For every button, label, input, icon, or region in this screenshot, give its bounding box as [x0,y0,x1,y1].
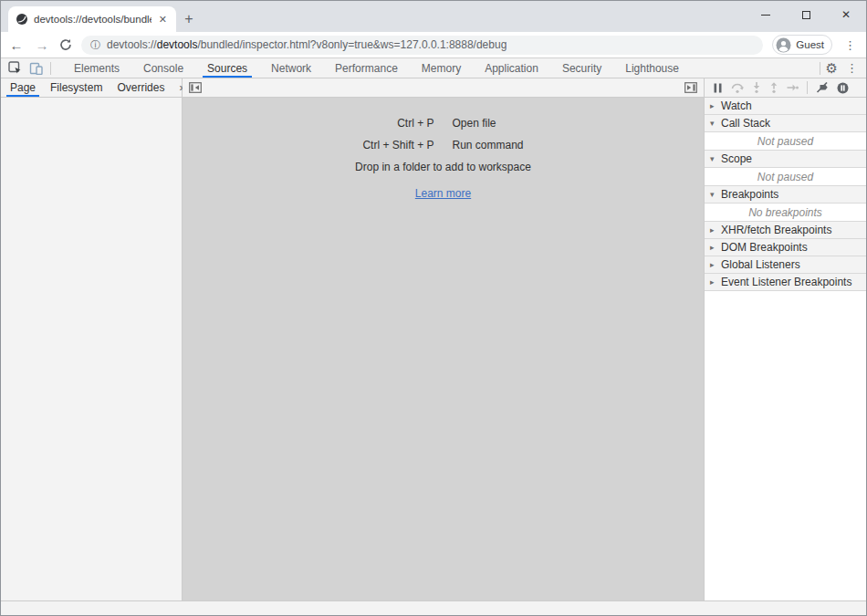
device-toolbar-icon[interactable] [29,62,43,75]
chevron-down-icon: ▾ [710,190,717,199]
section-label: DOM Breakpoints [721,241,808,254]
toolbar-divider [50,62,51,75]
navigator-pane: Page Filesystem Overrides » ⋮ [1,78,183,600]
section-header[interactable]: ▸ Global Listeners [705,256,866,274]
sidebar-section-global-listeners: ▸ Global Listeners [705,256,866,274]
devtools-tabs: Elements Console Sources Network Perform… [62,58,691,78]
sidebar-section-scope: ▾ Scope Not paused [705,151,866,186]
step-into-icon[interactable] [752,82,761,93]
section-label: Watch [721,99,752,112]
url-bar[interactable]: ⓘ devtools://devtools/bundled/inspector.… [81,36,763,55]
close-tab-icon[interactable]: ✕ [157,14,169,26]
tab-application[interactable]: Application [473,58,550,78]
sidebar-section-xhr-breakpoints: ▸ XHR/fetch Breakpoints [705,222,866,239]
devtools-favicon-icon [16,13,28,26]
address-toolbar: ← → ⓘ devtools://devtools/bundled/inspec… [1,32,866,57]
page-info-icon[interactable]: ⓘ [90,38,100,52]
editor-toolbar [183,78,704,98]
browser-tab[interactable]: devtools://devtools/bundled/insp ✕ [8,6,176,32]
section-header[interactable]: ▸ XHR/fetch Breakpoints [705,222,866,239]
navigator-tab-page[interactable]: Page [5,78,41,97]
tab-memory[interactable]: Memory [410,58,473,78]
show-right-panel-icon[interactable] [684,82,697,93]
navigator-tab-overrides[interactable]: Overrides [111,78,170,97]
tab-performance[interactable]: Performance [323,58,410,78]
minimize-icon [761,15,770,16]
step-icon[interactable] [787,83,799,92]
debugger-toolbar-divider [807,81,808,94]
chevron-right-icon: ▸ [710,225,717,235]
shortcut-keys: Ctrl + P [362,112,434,134]
shortcut-list: Ctrl + P Open file Ctrl + Shift + P Run … [362,112,523,156]
section-label: XHR/fetch Breakpoints [721,224,831,236]
step-out-icon[interactable] [769,82,778,93]
placeholder-text: Not paused [757,171,813,183]
url-text: devtools://devtools/bundled/inspector.ht… [107,38,507,51]
sidebar-section-breakpoints: ▾ Breakpoints No breakpoints [705,186,866,222]
chevron-right-icon: ▸ [710,243,717,252]
inspect-element-icon[interactable] [8,61,22,75]
chevron-right-icon: ▸ [710,277,717,287]
tab-elements[interactable]: Elements [62,58,131,78]
chevron-down-icon: ▾ [710,154,717,163]
chevron-right-icon: ▸ [710,101,717,110]
section-label: Global Listeners [721,258,800,271]
tab-network[interactable]: Network [259,58,323,78]
sidebar-section-call-stack: ▾ Call Stack Not paused [705,115,866,151]
pause-script-icon[interactable] [713,83,723,93]
section-content: Not paused [705,168,866,186]
back-button[interactable]: ← [8,37,25,53]
sidebar-section-dom-breakpoints: ▸ DOM Breakpoints [705,239,866,256]
navigator-tabs: Page Filesystem Overrides » ⋮ [1,78,182,98]
placeholder-text: Not paused [757,135,813,148]
section-label: Call Stack [721,117,770,130]
section-header[interactable]: ▾ Scope [705,151,866,168]
section-header[interactable]: ▸ Watch [705,98,866,115]
section-header[interactable]: ▸ DOM Breakpoints [705,239,866,256]
reload-button[interactable] [59,38,72,51]
browser-window: devtools://devtools/bundled/insp ✕ + ✕ ←… [0,0,867,616]
new-tab-button[interactable]: + [176,6,202,32]
devtools-status-bar [1,600,866,615]
step-over-icon[interactable] [731,83,744,93]
debugger-toolbar [705,78,866,98]
maximize-icon [802,11,810,19]
forward-button[interactable]: → [34,37,50,53]
sidebar-section-watch: ▸ Watch [705,98,866,115]
chevron-down-icon: ▾ [710,119,717,128]
tab-title: devtools://devtools/bundled/insp [34,14,151,25]
window-controls: ✕ [746,1,866,28]
tab-security[interactable]: Security [550,58,613,78]
avatar-icon [776,37,791,53]
shortcut-keys: Ctrl + Shift + P [362,134,434,156]
section-content: Not paused [705,132,866,151]
devtools-toolbar: Elements Console Sources Network Perform… [1,57,866,78]
section-label: Scope [721,152,752,165]
browser-menu-button[interactable]: ⋮ [841,38,859,52]
drop-hint-text: Drop in a folder to add to workspace [183,156,704,178]
maximize-button[interactable] [786,1,826,28]
close-window-button[interactable]: ✕ [826,1,866,28]
settings-gear-icon[interactable]: ⚙ [826,60,838,77]
devtools-menu-button[interactable]: ⋮ [843,61,861,75]
sidebar-section-event-listener-breakpoints: ▸ Event Listener Breakpoints [705,274,866,291]
editor-placeholder: Ctrl + P Open file Ctrl + Shift + P Run … [183,98,704,600]
tab-sources[interactable]: Sources [195,58,259,78]
section-header[interactable]: ▸ Event Listener Breakpoints [705,274,866,291]
minimize-button[interactable] [746,1,786,28]
toolbar-divider [820,62,820,75]
shortcut-action: Run command [452,134,523,156]
section-header[interactable]: ▾ Call Stack [705,115,866,132]
section-header[interactable]: ▾ Breakpoints [705,186,866,204]
navigator-tab-filesystem[interactable]: Filesystem [45,78,108,97]
pause-on-exceptions-icon[interactable] [837,82,849,94]
tab-console[interactable]: Console [131,58,195,78]
profile-button[interactable]: Guest [772,35,832,55]
navigator-file-tree [1,98,182,600]
profile-label: Guest [796,39,824,50]
section-label: Breakpoints [721,188,778,201]
hide-navigator-icon[interactable] [189,82,202,93]
deactivate-breakpoints-icon[interactable] [816,82,829,93]
tab-lighthouse[interactable]: Lighthouse [613,58,691,78]
learn-more-link[interactable]: Learn more [415,187,471,200]
